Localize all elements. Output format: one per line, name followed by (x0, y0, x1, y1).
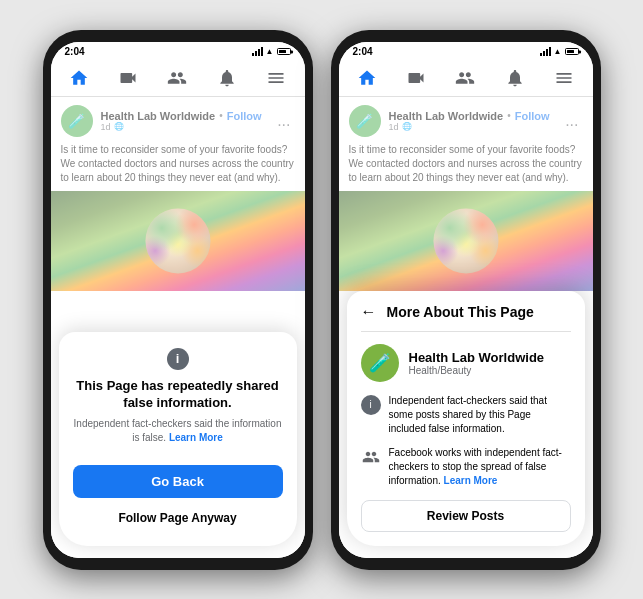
battery-icon-right (565, 48, 579, 55)
nav-notifications-right[interactable] (501, 66, 529, 90)
nav-video-left[interactable] (114, 66, 142, 90)
nav-video-right[interactable] (402, 66, 430, 90)
fb-work-row: Facebook works with independent fact-che… (361, 446, 571, 488)
nav-groups-right[interactable] (451, 66, 479, 90)
signal-icon-left (252, 47, 263, 56)
fb-people-icon (361, 447, 381, 467)
nav-bar-left (51, 60, 305, 97)
battery-icon-left (277, 48, 291, 55)
panel-header: ← More About This Page (361, 303, 571, 332)
page-detail-name: Health Lab Worldwide (409, 350, 545, 365)
fb-work-text: Facebook works with independent fact-che… (389, 446, 571, 488)
post-card-left: 🧪 Health Lab Worldwide • Follow 1d 🌐 ... (51, 97, 305, 558)
warning-title-left: This Page has repeatedly shared false in… (76, 378, 278, 412)
info-icon-left: i (167, 348, 189, 370)
warning-subtitle-left: Independent fact-checkers said the infor… (73, 417, 283, 445)
page-category: Health/Beauty (409, 365, 545, 376)
phone-right-screen: 2:04 ▲ (339, 42, 593, 558)
review-posts-button[interactable]: Review Posts (361, 500, 571, 532)
nav-notifications-left[interactable] (213, 66, 241, 90)
learn-more-left[interactable]: Learn More (169, 432, 223, 443)
nav-menu-right[interactable] (550, 66, 578, 90)
phone-left: 2:04 ▲ (43, 30, 313, 570)
page-logo-icon: 🧪 (361, 344, 399, 382)
signal-icon-right (540, 47, 551, 56)
status-time-right: 2:04 (353, 46, 373, 57)
bottom-sheet-left: i This Page has repeatedly shared false … (59, 332, 297, 546)
back-arrow-icon[interactable]: ← (361, 303, 377, 321)
nav-home-right[interactable] (353, 66, 381, 90)
wifi-icon-right: ▲ (554, 47, 562, 56)
status-bar-left: 2:04 ▲ (51, 42, 305, 60)
go-back-button[interactable]: Go Back (73, 465, 283, 498)
status-icons-left: ▲ (252, 47, 291, 56)
page-detail-row: 🧪 Health Lab Worldwide Health/Beauty (361, 344, 571, 382)
panel-title: More About This Page (387, 304, 534, 320)
fact-check-icon: i (361, 395, 381, 415)
bottom-sheet-info-left: i This Page has repeatedly shared false … (73, 348, 283, 445)
nav-menu-left[interactable] (262, 66, 290, 90)
status-icons-right: ▲ (540, 47, 579, 56)
page-detail-info: Health Lab Worldwide Health/Beauty (409, 350, 545, 376)
fact-check-row: i Independent fact-checkers said that so… (361, 394, 571, 436)
fact-check-text: Independent fact-checkers said that some… (389, 394, 571, 436)
status-bar-right: 2:04 ▲ (339, 42, 593, 60)
status-time-left: 2:04 (65, 46, 85, 57)
nav-bar-right (339, 60, 593, 97)
phone-right: 2:04 ▲ (331, 30, 601, 570)
phones-container: 2:04 ▲ (33, 20, 611, 580)
nav-home-left[interactable] (65, 66, 93, 90)
nav-groups-left[interactable] (163, 66, 191, 90)
phone-left-screen: 2:04 ▲ (51, 42, 305, 558)
more-about-panel: ← More About This Page 🧪 Health Lab Worl… (347, 291, 585, 546)
learn-more-panel[interactable]: Learn More (444, 475, 498, 486)
follow-anyway-button[interactable]: Follow Page Anyway (73, 504, 283, 532)
post-card-right: 🧪 Health Lab Worldwide • Follow 1d 🌐 ... (339, 97, 593, 558)
wifi-icon-left: ▲ (266, 47, 274, 56)
